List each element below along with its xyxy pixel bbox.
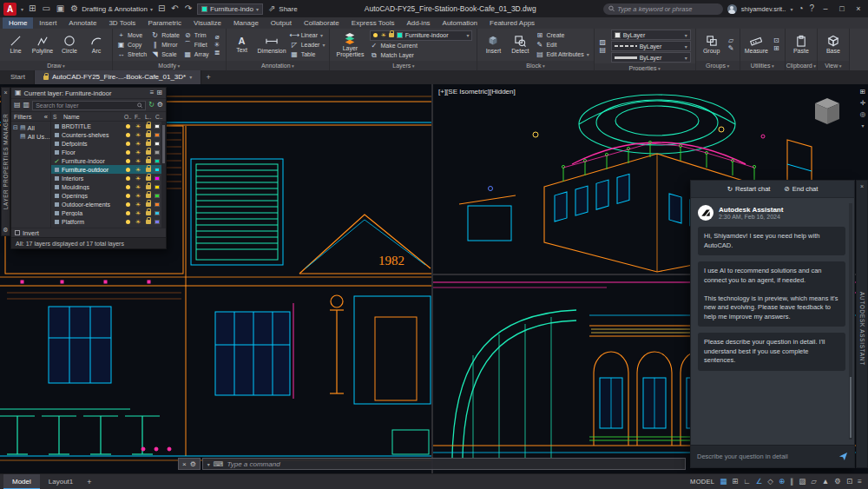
command-close-icon[interactable]: × [182, 460, 187, 468]
polar-tracking-toggle[interactable]: ∠ [756, 478, 763, 486]
mirror-button[interactable]: ∥Mirror [151, 41, 180, 50]
isodraft-toggle[interactable]: ◇ [767, 478, 773, 486]
layer-search-input[interactable] [36, 102, 135, 109]
layer-on-toggle[interactable] [123, 194, 132, 198]
lineweight-dropdown[interactable]: ByLayer [611, 52, 691, 63]
isolate-objects-icon[interactable]: ⊡ [846, 478, 852, 486]
model-space-indicator[interactable]: MODEL [690, 478, 714, 486]
match-properties-button[interactable]: ▨ [599, 39, 607, 46]
pan-icon[interactable]: ✛ [860, 99, 865, 107]
layer-freeze-toggle[interactable] [134, 193, 142, 199]
ribbon-tab[interactable]: Output [265, 17, 298, 29]
layer-color-swatch[interactable] [155, 211, 160, 215]
layer-on-toggle[interactable] [123, 124, 132, 129]
explode-button[interactable]: ✳ [214, 42, 221, 49]
ribbon-tab[interactable]: Featured Apps [483, 17, 541, 29]
panel-title-groups[interactable]: Groups [696, 61, 740, 70]
base-view-button[interactable]: Base [822, 35, 845, 54]
layer-row[interactable]: Pergola [51, 208, 161, 217]
layer-lock-toggle[interactable] [144, 220, 153, 224]
help-icon[interactable]: ? [808, 4, 815, 13]
scale-button[interactable]: ◥Scale [151, 50, 180, 59]
app-menu-button[interactable]: A [3, 3, 16, 16]
tab-drawing[interactable]: AutoCAD-FY25_Fire-...-Book-Cafe_01_3D* [35, 70, 201, 84]
selection-cycling-toggle[interactable]: ▱ [811, 478, 817, 486]
linetype-dropdown[interactable]: ByLayer [611, 41, 691, 51]
panel-title-draw[interactable]: Draw [0, 61, 112, 70]
text-button[interactable]: Text [231, 36, 253, 54]
workspace-switcher[interactable]: ⚙ Drafting & Annotation [69, 4, 153, 13]
layer-freeze-toggle[interactable] [134, 158, 142, 164]
osnap-toggle[interactable]: ⊕ [779, 478, 785, 486]
collapse-filters-icon[interactable]: « [44, 113, 48, 121]
ribbon-tab[interactable]: Parametric [141, 17, 187, 29]
chat-input[interactable] [697, 453, 834, 460]
ribbon-tab[interactable]: Home [3, 17, 33, 29]
create-block-button[interactable]: ⊞Create [536, 31, 589, 40]
user-avatar[interactable] [727, 4, 737, 14]
properties-list-button[interactable]: ▤ [599, 47, 607, 54]
panel-title-view[interactable]: View [818, 61, 849, 70]
copy-button[interactable]: ▣Copy [117, 41, 147, 50]
layer-lock-toggle[interactable] [144, 194, 153, 198]
layer-on-toggle[interactable] [123, 142, 132, 146]
layer-row[interactable]: Interiors [51, 174, 161, 182]
erase-button[interactable]: ⌀ [214, 34, 221, 41]
new-tab-button[interactable]: + [201, 70, 215, 84]
refresh-icon[interactable]: ↻ [148, 102, 155, 109]
layer-filter-icon[interactable]: ⊞ [156, 89, 162, 96]
redo-icon[interactable]: ↷ [184, 4, 193, 13]
tab-start[interactable]: Start [2, 70, 35, 84]
panel-title-utilities[interactable]: Utilities [740, 61, 785, 70]
layer-freeze-toggle[interactable] [134, 175, 142, 182]
layer-row[interactable]: Mouldings [51, 182, 161, 191]
layer-row[interactable]: Furniture-indoor [51, 156, 161, 165]
orbit-icon[interactable]: ◎ [860, 110, 866, 118]
invert-filter-checkbox[interactable] [15, 230, 20, 235]
minimize-button[interactable]: – [819, 4, 832, 13]
measure-button[interactable]: Measure [745, 35, 768, 54]
layer-freeze-toggle[interactable] [134, 123, 142, 129]
plot-icon[interactable]: ⊟ [157, 4, 166, 13]
new-drawing-icon[interactable]: ⊞ [28, 4, 36, 13]
layer-lock-toggle[interactable] [144, 185, 153, 189]
edit-block-button[interactable]: ✎Edit [536, 41, 589, 50]
palette-settings-icon[interactable]: ⚙ [3, 227, 8, 234]
layer-freeze-toggle[interactable] [134, 132, 142, 138]
layer-on-toggle[interactable] [123, 150, 132, 155]
offset-button[interactable]: ≣ [214, 50, 221, 56]
layer-freeze-toggle[interactable] [134, 149, 142, 155]
signed-in-user[interactable]: shiyamdev.srit.. [741, 5, 786, 13]
ribbon-tab[interactable]: Annotate [62, 17, 102, 29]
search-input[interactable] [617, 5, 718, 13]
layer-freeze-toggle[interactable] [134, 167, 142, 173]
tab-layout1[interactable]: Layout1 [40, 474, 82, 489]
maximize-button[interactable]: □ [836, 4, 848, 13]
ortho-toggle[interactable]: ∟ [743, 478, 750, 486]
stretch-button[interactable]: ↔Stretch [117, 50, 147, 59]
lineweight-toggle[interactable]: ∥ [790, 478, 793, 486]
linear-button[interactable]: ⟷Linear [291, 31, 326, 40]
restart-chat-button[interactable]: ↻ Restart chat [727, 185, 771, 193]
layer-search[interactable] [32, 101, 146, 110]
viewport-divider-vertical[interactable] [431, 84, 433, 473]
close-button[interactable]: × [852, 4, 865, 13]
customization-menu-icon[interactable]: ≡ [858, 478, 862, 486]
quick-select-button[interactable]: ⊡ [773, 37, 780, 44]
ribbon-tab[interactable]: Manage [227, 17, 265, 29]
make-current-button[interactable]: ✓Make Current [370, 42, 472, 50]
fillet-button[interactable]: ⌒Fillet [184, 41, 209, 50]
layer-row[interactable]: Platform [51, 217, 161, 226]
layer-color-swatch[interactable] [155, 142, 160, 146]
layer-freeze-toggle[interactable] [134, 219, 142, 225]
viewcube[interactable] [815, 98, 839, 124]
assistant-side-tab[interactable]: × AUTODESK ASSISTANT [856, 180, 868, 468]
polyline-button[interactable]: Polyline [31, 35, 54, 54]
layer-row[interactable]: Outdoor-elements [51, 200, 161, 208]
rotate-button[interactable]: ↻Rotate [151, 31, 180, 40]
layer-lock-toggle[interactable] [144, 150, 153, 155]
layer-lock-toggle[interactable] [144, 159, 153, 163]
ungroup-button[interactable]: ▱ [727, 37, 735, 44]
layer-freeze-toggle[interactable] [134, 202, 142, 208]
layer-color-swatch[interactable] [155, 133, 160, 137]
